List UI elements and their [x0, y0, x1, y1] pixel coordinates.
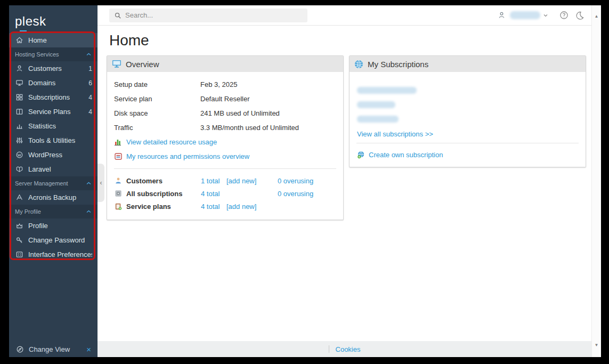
- redacted-subscription-link[interactable]: [357, 116, 399, 123]
- chevron-down-icon[interactable]: [543, 14, 548, 17]
- sidebar-item-acronis-backup[interactable]: Acronis Backup: [9, 190, 98, 205]
- sidebar-item-profile[interactable]: Profile: [9, 219, 98, 233]
- redacted-subscription-link[interactable]: [357, 101, 395, 108]
- redacted-subscription-link[interactable]: [357, 87, 417, 94]
- sliders-icon: [15, 136, 23, 145]
- sidebar-item-tools-utilities[interactable]: Tools & Utilities: [9, 133, 98, 148]
- sidebar-item-domains[interactable]: Domains 6: [9, 76, 98, 90]
- overview-row: Disk space 241 MB used of Unlimited: [114, 106, 336, 120]
- bar-chart-icon: [15, 122, 23, 131]
- cookies-link[interactable]: Cookies: [336, 345, 361, 353]
- wordpress-icon: [15, 151, 23, 159]
- plesk-logo[interactable]: plesk: [9, 5, 98, 29]
- help-icon[interactable]: [559, 11, 569, 20]
- my-subscriptions-panel: My Subscriptions View all subscriptions …: [349, 55, 586, 167]
- row-label: Setup date: [114, 80, 200, 88]
- close-icon[interactable]: ×: [86, 345, 91, 353]
- sidebar-menu: Home Hosting Services Customers 1 Domain…: [9, 33, 98, 262]
- customers-total-link[interactable]: 1 total: [201, 177, 220, 185]
- sidebar: plesk Home Hosting Services Customers 1: [9, 5, 98, 357]
- collapse-chevron-icon: ‹: [100, 179, 102, 187]
- create-subscription-globe-icon: [356, 151, 365, 159]
- sidebar-item-label: Acronis Backup: [28, 193, 92, 201]
- sidebar-section-label: Hosting Services: [15, 51, 86, 58]
- search-input[interactable]: [125, 11, 303, 19]
- sidebar-item-label: Customers: [28, 64, 86, 72]
- sidebar-item-label: Statistics: [28, 122, 92, 130]
- globe-icon: [354, 60, 363, 69]
- sidebar-item-home[interactable]: Home: [9, 33, 98, 47]
- change-view-label: Change View: [29, 345, 70, 353]
- search-box[interactable]: [109, 9, 307, 22]
- scrollbar[interactable]: ▲ ▼: [591, 5, 601, 357]
- sidebar-item-label: Interface Preferences: [28, 250, 92, 258]
- sidebar-item-subscriptions[interactable]: Subscriptions 4: [9, 90, 98, 104]
- monitor-icon: [15, 79, 23, 87]
- stat-label-text: All subscriptions: [126, 190, 182, 198]
- create-own-subscription-link[interactable]: Create own subscription: [369, 151, 443, 159]
- sidebar-item-change-password[interactable]: Change Password: [9, 233, 98, 247]
- resources-permissions-overview-link[interactable]: My resources and permissions overview: [126, 152, 249, 160]
- chevron-up-icon: [86, 210, 91, 213]
- page-title: Home: [109, 32, 149, 49]
- sidebar-item-label: Laravel: [28, 165, 92, 173]
- sidebar-section-hosting-services[interactable]: Hosting Services: [9, 47, 98, 61]
- customers-stat-row: Customers 1 total [add new] 0 overusing: [114, 174, 336, 187]
- sidebar-item-count: 4: [88, 108, 92, 116]
- dark-mode-moon-icon[interactable]: [575, 11, 584, 20]
- customers-add-new-link[interactable]: [add new]: [226, 177, 256, 185]
- divider: [356, 143, 579, 143]
- sidebar-section-server-management[interactable]: Server Management: [9, 176, 98, 190]
- sidebar-section-label: My Profile: [15, 208, 86, 215]
- overview-panel: Overview Setup date Feb 3, 2025 Service …: [107, 55, 344, 220]
- sidebar-item-label: Home: [28, 36, 92, 44]
- sidebar-item-customers[interactable]: Customers 1: [9, 61, 98, 76]
- scroll-down-icon[interactable]: ▼: [592, 343, 601, 347]
- service-plans-total-link[interactable]: 4 total: [201, 203, 220, 211]
- customer-person-icon: [114, 177, 123, 184]
- overview-row: Traffic 3.3 MB/month used of Unlimited: [114, 120, 336, 135]
- resources-permissions-icon: [114, 153, 123, 160]
- overview-body: Setup date Feb 3, 2025 Service plan Defa…: [107, 72, 343, 220]
- sidebar-section-my-profile[interactable]: My Profile: [9, 205, 98, 219]
- subscriptions-overusing-link[interactable]: 0 overusing: [278, 190, 313, 198]
- window-list-icon: [15, 250, 23, 259]
- page-footer: Cookies: [98, 341, 591, 357]
- row-label: Disk space: [114, 109, 200, 117]
- service-plans-add-new-link[interactable]: [add new]: [226, 203, 256, 211]
- chevron-up-icon: [86, 53, 91, 56]
- change-view-button[interactable]: Change View ×: [9, 342, 98, 357]
- topbar-icons: [498, 11, 584, 20]
- key-icon: [15, 236, 23, 245]
- home-icon: [15, 36, 23, 45]
- sidebar-item-laravel[interactable]: Laravel: [9, 162, 98, 176]
- search-icon: [114, 12, 121, 19]
- divider: [114, 168, 336, 169]
- sidebar-item-wordpress[interactable]: WordPress: [9, 148, 98, 162]
- plesk-logo-underline: [20, 30, 27, 32]
- customers-icon: [15, 64, 23, 73]
- sidebar-item-count: 1: [88, 65, 92, 72]
- plesk-window: plesk Home Hosting Services Customers 1: [9, 5, 601, 357]
- redacted-username[interactable]: [510, 11, 540, 19]
- subscriptions-gear-icon: [114, 190, 123, 197]
- view-all-subscriptions-link[interactable]: View all subscriptions >>: [357, 130, 579, 138]
- sidebar-item-service-plans[interactable]: Service Plans 4: [9, 104, 98, 119]
- plesk-logo-text: plesk: [15, 14, 46, 28]
- sidebar-item-interface-preferences[interactable]: Interface Preferences: [9, 247, 98, 262]
- row-value: 241 MB used of Unlimited: [200, 109, 280, 117]
- stat-label-text: Service plans: [126, 203, 171, 211]
- sidebar-collapse-handle[interactable]: ‹: [98, 164, 104, 202]
- scroll-up-icon[interactable]: ▲: [592, 14, 601, 19]
- overview-panel-header: Overview: [107, 56, 343, 72]
- view-detailed-resource-usage-link[interactable]: View detailed resource usage: [126, 138, 217, 146]
- footer-separator: [329, 345, 329, 353]
- stat-label-text: Customers: [126, 177, 163, 185]
- customers-overusing-link[interactable]: 0 overusing: [278, 177, 313, 185]
- row-value: Feb 3, 2025: [200, 80, 237, 88]
- sidebar-item-count: 6: [88, 79, 92, 87]
- subscriptions-total-link[interactable]: 4 total: [201, 190, 220, 198]
- sidebar-item-statistics[interactable]: Statistics: [9, 119, 98, 133]
- overview-row: Service plan Default Reseller: [114, 92, 336, 106]
- service-plans-stat-row: Service plans 4 total [add new]: [114, 200, 336, 213]
